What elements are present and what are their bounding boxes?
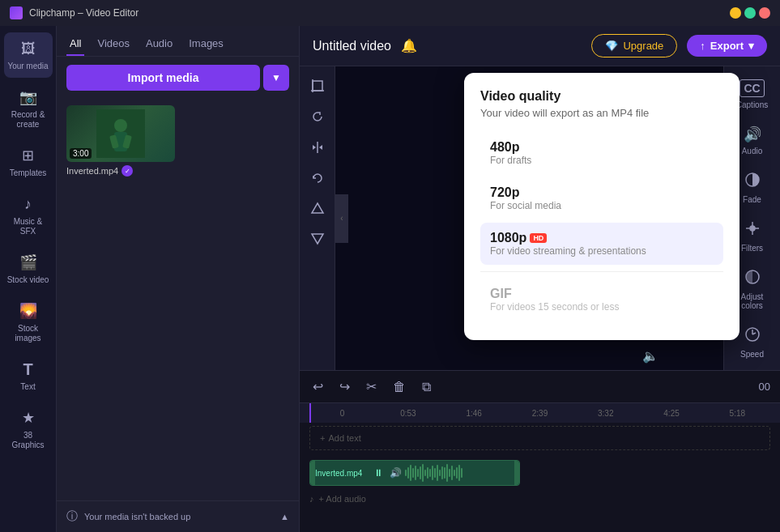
adjust-tool[interactable] xyxy=(305,227,330,253)
add-audio-track[interactable]: ♪ + Add audio xyxy=(309,491,770,507)
media-grid: 3:00 Inverted.mp4 ✓ xyxy=(57,99,299,183)
video-clip[interactable]: Inverted.mp4 ⏸ 🔊 xyxy=(309,460,520,486)
tab-videos[interactable]: Videos xyxy=(94,32,133,56)
track-content-video: Inverted.mp4 ⏸ 🔊 xyxy=(309,458,770,487)
cut-button[interactable]: ✂ xyxy=(363,376,380,398)
media-tabs: All Videos Audio Images xyxy=(57,26,299,57)
fade-label: Fade xyxy=(743,195,761,204)
sidebar-label-graphics: 38 Graphics xyxy=(7,431,49,450)
redo-button[interactable]: ↪ xyxy=(336,376,353,398)
sidebar-item-your-media[interactable]: 🖼 Your media xyxy=(4,32,53,78)
undo-button[interactable]: ↩ xyxy=(309,376,326,398)
sidebar-item-stock-video[interactable]: 🎬 Stock video xyxy=(4,246,53,292)
video-clip-label: Inverted.mp4 xyxy=(310,469,367,478)
media-name: Inverted.mp4 ✓ xyxy=(66,162,175,177)
quality-subtitle: Your video will export as an MP4 file xyxy=(480,107,723,119)
filter-icon xyxy=(310,202,325,216)
sidebar-item-record-create[interactable]: 📷 Record & create xyxy=(4,81,53,136)
music-sfx-icon: ♪ xyxy=(19,194,38,214)
quality-option-480p[interactable]: 480p For drafts xyxy=(480,132,723,174)
list-item[interactable]: 3:00 Inverted.mp4 ✓ xyxy=(66,105,175,177)
audio-off-icon[interactable]: 🔈 xyxy=(642,348,659,364)
adjust-icon xyxy=(310,232,325,247)
sidebar-item-stock-images[interactable]: 🌄 Stock images xyxy=(4,295,53,350)
crop-tool[interactable] xyxy=(305,73,330,99)
undo-preview-tool[interactable] xyxy=(305,165,330,191)
ruler-mark-2: 1:46 xyxy=(441,409,507,418)
import-media-button[interactable]: Import media xyxy=(66,65,260,91)
track-row-audio: ♪ + Add audio xyxy=(309,491,770,520)
volume-icon[interactable]: 🔊 xyxy=(390,467,402,479)
app-container: 🖼 Your media 📷 Record & create ⊞ Templat… xyxy=(0,26,780,532)
crop-icon xyxy=(310,79,325,93)
diamond-icon: 💎 xyxy=(605,40,618,52)
chevron-down-icon: ▾ xyxy=(748,40,754,52)
sidebar-item-graphics[interactable]: ★ 38 Graphics xyxy=(4,402,53,457)
delete-button[interactable]: 🗑 xyxy=(390,377,409,398)
quality-dropdown: Video quality Your video will export as … xyxy=(464,73,740,340)
filter-tool[interactable] xyxy=(305,196,330,222)
quality-desc-720p: For social media xyxy=(490,200,714,211)
backup-footer: ⓘ Your media isn't backed up ▲ xyxy=(57,500,299,532)
expand-icon[interactable]: ▲ xyxy=(280,512,289,521)
flip-tool[interactable] xyxy=(305,134,330,160)
svg-rect-5 xyxy=(313,81,322,91)
clip-handle-left[interactable] xyxy=(310,461,315,485)
import-dropdown-button[interactable]: ▼ xyxy=(263,65,289,91)
templates-icon: ⊞ xyxy=(19,146,38,165)
rotate-tool[interactable] xyxy=(305,104,330,130)
quality-res-1080p: 1080p HD xyxy=(490,231,714,245)
minimize-button[interactable]: − xyxy=(730,7,741,19)
collapse-left-arrow[interactable]: ‹ xyxy=(335,194,348,243)
quality-option-720p[interactable]: 720p For social media xyxy=(480,177,723,219)
sidebar-label-text: Text xyxy=(20,382,35,392)
clip-handle-right[interactable] xyxy=(514,461,519,485)
audio-label: Audio xyxy=(742,147,763,155)
sidebar-item-templates[interactable]: ⊞ Templates xyxy=(4,139,53,185)
video-title: Untitled video xyxy=(313,39,391,53)
captions-icon: CC xyxy=(740,79,764,97)
info-icon: ⓘ xyxy=(66,509,78,524)
notification-icon[interactable]: 🔔 xyxy=(401,38,417,53)
upload-icon: ↑ xyxy=(700,40,705,52)
app-icon xyxy=(10,6,23,19)
stock-video-icon: 🎬 xyxy=(19,253,38,272)
sidebar-item-music-sfx[interactable]: ♪ Music & SFX xyxy=(4,188,53,243)
sidebar-label-templates: Templates xyxy=(10,168,47,178)
copy-button[interactable]: ⧉ xyxy=(419,377,434,398)
tab-images[interactable]: Images xyxy=(185,32,227,56)
upgrade-button[interactable]: 💎 Upgrade xyxy=(591,34,677,57)
track-content-audio: ♪ + Add audio xyxy=(309,491,770,520)
tab-all[interactable]: All xyxy=(66,32,84,56)
media-thumbnail[interactable]: 3:00 xyxy=(66,105,175,162)
ruler-marks: 0 0:53 1:46 2:39 3:32 4:25 5:18 xyxy=(309,409,770,418)
tab-audio[interactable]: Audio xyxy=(143,32,176,56)
plus-icon: + xyxy=(320,433,325,443)
sidebar-label-your-media: Your media xyxy=(7,62,48,71)
track-row-video: Inverted.mp4 ⏸ 🔊 xyxy=(309,458,770,487)
adjust-colors-icon xyxy=(744,269,761,289)
quality-desc-1080p: For video streaming & presentations xyxy=(490,245,714,257)
text-icon: T xyxy=(19,360,38,379)
add-text-track[interactable]: + Add text xyxy=(309,426,770,450)
quality-option-gif[interactable]: GIF For videos 15 seconds or less xyxy=(480,279,723,321)
pause-icon[interactable]: ⏸ xyxy=(373,467,383,479)
maximize-button[interactable]: □ xyxy=(744,7,756,19)
quality-res-gif: GIF xyxy=(490,287,714,301)
export-button[interactable]: ↑ Export ▾ xyxy=(687,35,767,57)
quality-option-1080p[interactable]: 1080p HD For video streaming & presentat… xyxy=(480,223,723,265)
close-button[interactable]: ✕ xyxy=(759,7,770,19)
quality-desc-gif: For videos 15 seconds or less xyxy=(490,301,714,313)
current-time: 00 xyxy=(759,381,770,393)
timeline-area: ↩ ↪ ✂ 🗑 ⧉ 00 0 0:53 1:46 2:39 3:32 4:25 … xyxy=(300,370,780,532)
ruler-mark-5: 4:25 xyxy=(638,409,704,418)
quality-res-720p: 720p xyxy=(490,185,714,200)
quality-res-480p: 480p xyxy=(490,140,714,155)
main-header: Untitled video 🔔 💎 Upgrade ↑ Export ▾ xyxy=(300,26,780,66)
sidebar-item-text[interactable]: T Text xyxy=(4,353,53,398)
waveform xyxy=(402,462,519,484)
filters-icon xyxy=(744,220,761,240)
import-bar: Import media ▼ xyxy=(57,57,299,99)
video-tools xyxy=(300,66,335,370)
quality-divider xyxy=(480,271,723,272)
